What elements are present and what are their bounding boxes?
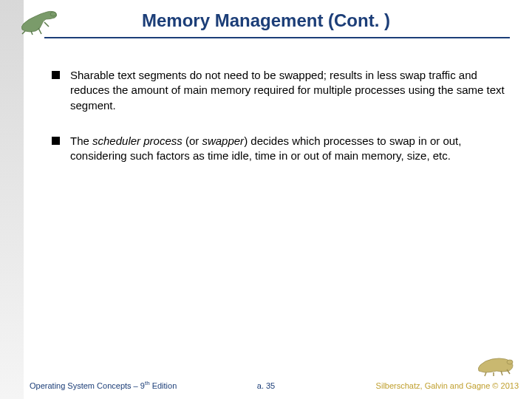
square-bullet-icon <box>52 71 60 79</box>
bullet-item: The scheduler process (or swapper) decid… <box>52 134 510 164</box>
square-bullet-icon <box>52 137 60 145</box>
title-underline <box>44 37 510 38</box>
left-sidebar <box>0 0 24 399</box>
bullet-item: Sharable text segments do not need to be… <box>52 68 510 113</box>
slide-title: Memory Management (Cont. ) <box>0 10 532 31</box>
svg-point-1 <box>507 360 513 364</box>
slide-body: Sharable text segments do not need to be… <box>52 68 510 184</box>
footer-right: Silberschatz, Galvin and Gagne © 2013 <box>376 381 519 390</box>
bullet-text: The scheduler process (or swapper) decid… <box>70 134 510 164</box>
bullet-text: Sharable text segments do not need to be… <box>70 68 510 113</box>
dinosaur-standing-icon <box>474 350 519 377</box>
